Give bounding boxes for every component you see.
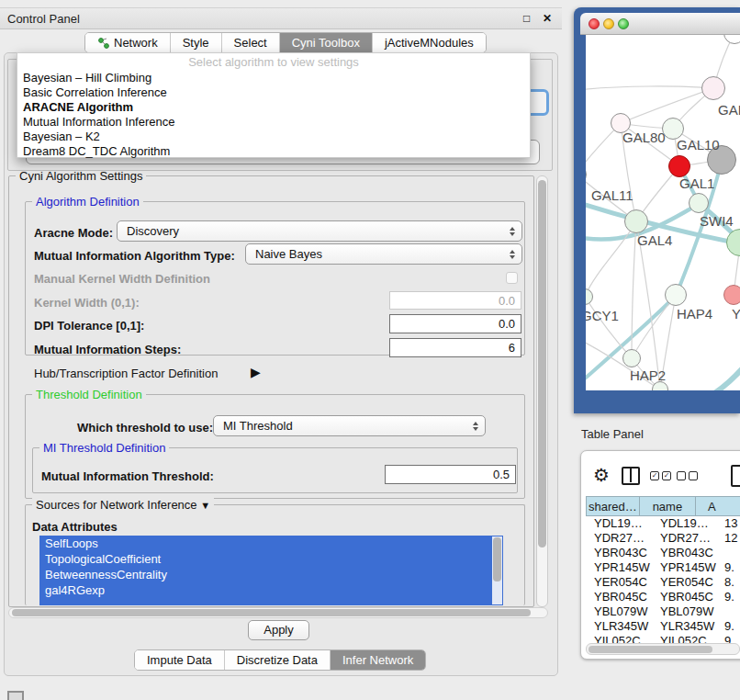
attributes-scrollbar[interactable] — [492, 536, 502, 604]
tab-network-label: Network — [114, 36, 158, 50]
tab-network[interactable]: Network — [85, 33, 171, 52]
aracne-mode-label: Aracne Mode: — [34, 226, 113, 240]
split-column-icon[interactable] — [622, 467, 640, 485]
manual-kernel-width-label: Manual Kernel Width Definition — [34, 272, 210, 286]
node-label-y-partial: Y — [732, 306, 740, 322]
algorithm-option[interactable]: Bayesian – K2 — [17, 130, 530, 144]
attributes-scrollbar-thumb[interactable] — [493, 537, 501, 581]
manual-kernel-width-checkbox[interactable] — [506, 272, 518, 284]
table-icon[interactable] — [731, 465, 740, 487]
apply-button[interactable]: Apply — [248, 620, 309, 640]
network-node-hap4[interactable] — [665, 284, 687, 306]
node-label-gal1: GAL1 — [679, 175, 714, 191]
combo-arrows-icon — [510, 250, 515, 259]
which-threshold-label: Which threshold to use: — [77, 421, 213, 435]
mi-algorithm-type-combo[interactable]: Naive Bayes — [245, 243, 522, 265]
mi-algorithm-type-label: Mutual Information Algorithm Type: — [34, 249, 235, 263]
collapsed-arrow-icon[interactable]: ▶ — [251, 365, 261, 379]
network-node-gal4[interactable] — [624, 209, 648, 233]
tab-discretize-data[interactable]: Discretize Data — [225, 650, 331, 670]
network-icon — [97, 37, 109, 49]
attribute-item[interactable]: gal4RGexp — [39, 582, 503, 598]
attribute-item[interactable]: BetweennessCentrality — [39, 567, 503, 582]
attribute-item[interactable]: TopologicalCoefficient — [39, 551, 503, 567]
network-node-gal1-selected[interactable] — [668, 155, 690, 177]
network-node-hap2[interactable] — [622, 349, 641, 367]
node-label-hap2: HAP2 — [630, 367, 666, 383]
screen: Control Panel □ ✕ Network Style Select C… — [0, 0, 740, 700]
settings-vertical-scrollbar[interactable] — [536, 175, 548, 607]
expanded-arrow-icon[interactable]: ▼ — [200, 500, 210, 511]
kernel-width-label: Kernel Width (0,1): — [34, 296, 140, 310]
node-label-gal4: GAL4 — [637, 232, 672, 248]
minimize-window-icon[interactable] — [603, 18, 614, 29]
settings-horizontal-thumb[interactable] — [12, 609, 531, 616]
node-label-gal10: GAL10 — [677, 137, 720, 152]
combo-arrows-icon — [510, 227, 515, 236]
algorithm-option[interactable]: Mutual Information Inference — [17, 115, 530, 130]
hub-definition-toggle[interactable]: Hub/Transcription Factor Definition — [34, 367, 218, 380]
tab-infer-network[interactable]: Infer Network — [331, 650, 425, 670]
cyni-bottom-tabs: Impute Data Discretize Data Infer Networ… — [134, 649, 426, 671]
minimized-panel-icon[interactable] — [7, 691, 24, 700]
network-window-titlebar[interactable] — [580, 13, 740, 35]
zoom-window-icon[interactable] — [618, 18, 629, 29]
column-header-shared-name[interactable]: shared… — [586, 496, 640, 516]
close-panel-icon[interactable]: ✕ — [543, 12, 552, 25]
which-threshold-combo[interactable]: MI Threshold — [213, 415, 486, 436]
deselect-all-icon[interactable] — [677, 471, 698, 480]
data-attributes-list[interactable]: SelfLoops TopologicalCoefficient Between… — [39, 536, 503, 605]
dpi-tolerance-field[interactable] — [389, 314, 521, 333]
table-row[interactable]: YBR045CYBR045C9. — [586, 590, 740, 604]
table-row[interactable]: YDR27…YDR27…12 — [586, 531, 740, 546]
sources-group-title[interactable]: Sources for Network Inference ▼ — [32, 498, 214, 512]
table-row[interactable]: YBL079WYBL079W — [586, 604, 740, 619]
control-panel-title: Control Panel — [7, 12, 80, 26]
tab-jactivemnodules[interactable]: jActiveMNodules — [373, 33, 486, 52]
aracne-mode-combo[interactable]: Discovery — [117, 220, 522, 242]
float-window-icon[interactable]: □ — [523, 12, 530, 25]
network-node-swi4[interactable] — [689, 193, 709, 213]
mi-threshold-field[interactable] — [385, 465, 516, 484]
data-attributes-label: Data Attributes — [32, 520, 118, 534]
algorithm-option[interactable]: Bayesian – Hill Climbing — [17, 71, 530, 85]
control-panel-tabs: Network Style Select Cyni Toolbox jActiv… — [84, 32, 487, 53]
algorithm-dropdown-popup: Select algorithm to view settings Bayesi… — [17, 52, 531, 158]
table-row[interactable]: YER054CYER054C8. — [586, 575, 740, 590]
table-row[interactable]: YDL19…YDL19…13 — [586, 516, 740, 531]
node-table: shared… name A YDL19…YDL19…13 YDR27…YDR2… — [586, 496, 740, 643]
table-row[interactable]: YIL052CYIL052C9. — [586, 634, 740, 643]
tab-select[interactable]: Select — [222, 33, 280, 52]
node-label-gcy1: GCY1 — [586, 308, 619, 323]
algorithm-option[interactable]: Dream8 DC_TDC Algorithm — [17, 144, 530, 159]
control-panel-titlebar: Control Panel □ ✕ — [0, 7, 562, 29]
table-horizontal-scrollbar[interactable] — [586, 643, 740, 655]
node-label-gal-partial: GAL — [718, 102, 740, 118]
tab-cyni-toolbox[interactable]: Cyni Toolbox — [280, 33, 373, 52]
gear-icon[interactable]: ⚙ — [593, 464, 610, 486]
network-node-gal-partial[interactable] — [701, 76, 725, 100]
settings-horizontal-scrollbar[interactable] — [8, 607, 548, 618]
cyni-algorithm-settings-title: Cyni Algorithm Settings — [16, 169, 146, 183]
algorithm-option[interactable]: Basic Correlation Inference — [17, 85, 530, 100]
attribute-item[interactable]: SelfLoops — [39, 536, 503, 551]
table-row[interactable]: YLR345WYLR345W9. — [586, 619, 740, 634]
table-header-row: shared… name A — [586, 496, 740, 516]
table-row[interactable]: YBR043CYBR043C — [586, 546, 740, 560]
kernel-width-field[interactable] — [389, 291, 521, 310]
tab-impute-data[interactable]: Impute Data — [135, 650, 225, 670]
network-node-salmon[interactable] — [723, 285, 740, 305]
mi-steps-field[interactable] — [389, 338, 521, 357]
algorithm-option-aracne[interactable]: ARACNE Algorithm — [17, 100, 530, 115]
close-window-icon[interactable] — [589, 18, 600, 29]
settings-vertical-thumb[interactable] — [538, 180, 546, 548]
column-header-partial[interactable]: A — [696, 496, 740, 516]
dpi-tolerance-label: DPI Tolerance [0,1]: — [34, 319, 144, 333]
select-all-icon[interactable]: ✓✓ — [650, 471, 671, 480]
tab-style[interactable]: Style — [171, 33, 222, 52]
table-row[interactable]: YPR145WYPR145W9. — [586, 560, 740, 575]
column-header-name[interactable]: name — [640, 496, 696, 516]
table-horizontal-thumb[interactable] — [589, 646, 712, 653]
network-canvas[interactable]: GAL80 GAL10 GAL1 GAL11 GAL4 SWI4 GCY1 HA… — [586, 35, 740, 390]
table-body: YDL19…YDL19…13 YDR27…YDR27…12 YBR043CYBR… — [586, 516, 740, 643]
